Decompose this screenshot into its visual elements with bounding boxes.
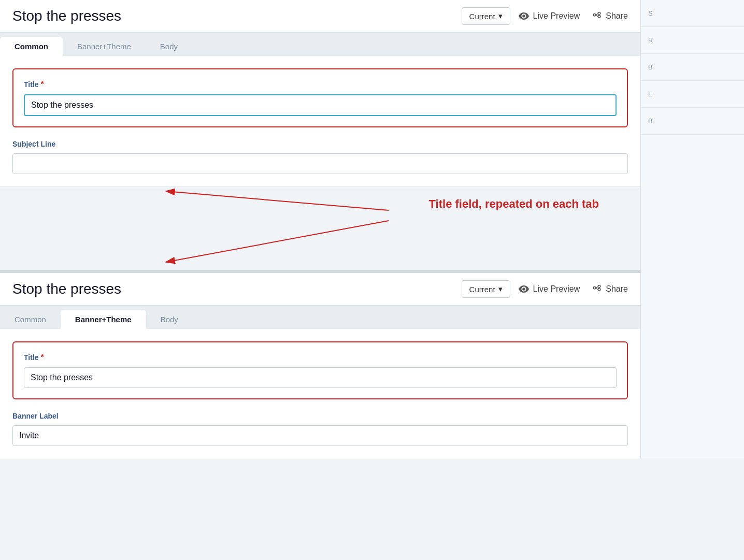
bottom-live-preview-button[interactable]: Live Preview — [519, 284, 580, 294]
share-label: Share — [606, 11, 628, 21]
title-field-card-bottom: Title * — [12, 341, 628, 399]
title-field-card-top: Title * — [12, 68, 628, 127]
title-label-top: Title * — [24, 80, 617, 89]
bottom-chevron-down-icon: ▾ — [498, 284, 503, 294]
sidebar-item-b2: B — [641, 108, 744, 135]
title-input-bottom[interactable] — [24, 367, 617, 388]
subject-section: Subject Line — [12, 140, 628, 174]
banner-label-input[interactable] — [12, 425, 628, 446]
sidebar-item-b1: B — [641, 54, 744, 81]
eye-icon — [519, 12, 529, 20]
top-panel-content: Title * Subject Line — [0, 56, 640, 186]
title-input-top[interactable] — [24, 94, 617, 116]
bottom-share-button[interactable]: Share — [592, 284, 628, 294]
bottom-page-title: Stop the presses — [12, 281, 453, 297]
share-icon — [592, 11, 602, 21]
sidebar-item-s: S — [641, 0, 744, 27]
version-dropdown[interactable]: Current ▾ — [462, 7, 510, 25]
header-actions: Live Preview Share — [519, 11, 628, 21]
main-area: Stop the presses Current ▾ Live Preview — [0, 0, 640, 458]
bottom-eye-icon — [519, 285, 529, 293]
bottom-share-icon — [592, 284, 602, 294]
share-button[interactable]: Share — [592, 11, 628, 21]
title-label-bottom: Title * — [24, 353, 617, 362]
banner-section: Banner Label — [12, 412, 628, 446]
bottom-panel-content: Title * Banner Label — [0, 329, 640, 458]
subject-input[interactable] — [12, 153, 628, 174]
tab-body-top[interactable]: Body — [146, 37, 192, 56]
chevron-down-icon: ▾ — [498, 11, 503, 21]
annotation-area: Title field, repeated on each tab — [0, 187, 640, 270]
tab-common-bottom[interactable]: Common — [0, 310, 61, 329]
version-label: Current — [469, 12, 495, 21]
annotation-text: Title field, repeated on each tab — [429, 197, 599, 211]
sidebar-item-r: R — [641, 27, 744, 54]
tab-common-top[interactable]: Common — [0, 37, 63, 56]
bottom-tabs-bar: Common Banner+Theme Body — [0, 306, 640, 329]
top-tabs-bar: Common Banner+Theme Body — [0, 33, 640, 56]
sidebar-item-e: E — [641, 81, 744, 108]
required-star-top: * — [41, 80, 44, 89]
tab-body-bottom[interactable]: Body — [146, 310, 193, 329]
subject-label: Subject Line — [12, 140, 628, 148]
page-title: Stop the presses — [12, 8, 453, 24]
live-preview-button[interactable]: Live Preview — [519, 11, 580, 21]
annotation-arrows — [0, 187, 640, 270]
tab-banner-theme-top[interactable]: Banner+Theme — [63, 37, 146, 56]
banner-label-heading: Banner Label — [12, 412, 628, 420]
bottom-header-actions: Live Preview Share — [519, 284, 628, 294]
bottom-panel-header: Stop the presses Current ▾ Live Preview — [0, 273, 640, 306]
top-panel-header: Stop the presses Current ▾ Live Preview — [0, 0, 640, 33]
bottom-version-label: Current — [469, 285, 495, 294]
tab-banner-theme-bottom[interactable]: Banner+Theme — [61, 310, 146, 329]
svg-line-2 — [166, 191, 389, 210]
bottom-live-preview-label: Live Preview — [533, 284, 580, 294]
required-star-bottom: * — [41, 353, 44, 362]
bottom-version-dropdown[interactable]: Current ▾ — [462, 280, 510, 298]
bottom-panel: Stop the presses Current ▾ Live Preview — [0, 273, 640, 458]
bottom-share-label: Share — [606, 284, 628, 294]
top-panel: Stop the presses Current ▾ Live Preview — [0, 0, 640, 187]
live-preview-label: Live Preview — [533, 11, 580, 21]
right-sidebar: S R B E B — [640, 0, 744, 458]
svg-line-3 — [166, 221, 389, 262]
